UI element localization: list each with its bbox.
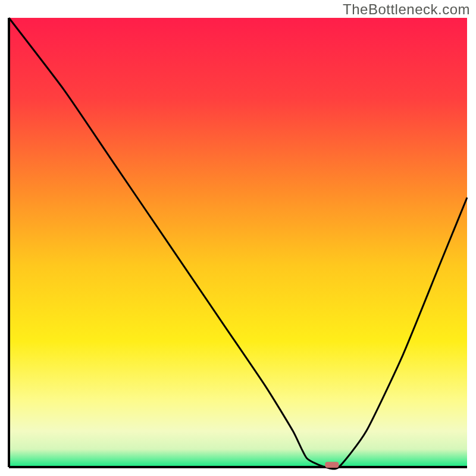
gradient-background [9, 18, 467, 467]
watermark-text: TheBottleneck.com [343, 1, 470, 18]
optimum-marker [325, 462, 339, 468]
bottleneck-chart [0, 0, 476, 476]
